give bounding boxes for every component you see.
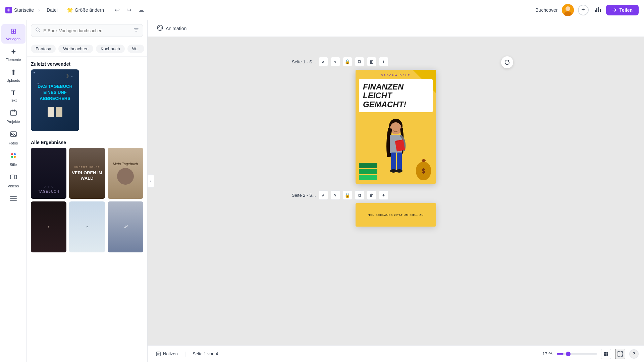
bottom-divider: | [184, 351, 186, 357]
vorlagen-label: Vorlagen [6, 37, 20, 41]
person-illustration [376, 117, 416, 177]
svg-rect-30 [156, 352, 160, 356]
project-name: Buchcover [535, 7, 557, 13]
page-1-canvas-area: SASCHA DELP FINANZEN LEICHT GEMACHT! [292, 70, 500, 184]
resize-button[interactable]: 🌟 Größe ändern [64, 6, 107, 14]
canva-logo [5, 7, 12, 13]
svg-rect-33 [604, 354, 606, 356]
svg-rect-5 [596, 8, 597, 12]
sidebar-item-vorlagen[interactable]: ⊞ Vorlagen [1, 24, 25, 44]
sidebar-item-videos[interactable]: Videos [1, 171, 25, 191]
bottom-bar: Notizen | Seite 1 von 4 17 % ? [148, 345, 644, 362]
help-button[interactable]: ? [629, 349, 639, 359]
grid-view-button[interactable] [601, 349, 611, 359]
recently-used-section: ☽ Das Tagebuch eines Uni- Abbrechers [27, 69, 147, 135]
share-button[interactable]: Teilen [606, 5, 639, 15]
page-2-delete-button[interactable]: 🗑 [367, 190, 376, 200]
animation-button[interactable]: Animation [153, 23, 191, 34]
page-1-delete-button[interactable]: 🗑 [367, 57, 376, 66]
page-2-label: Seite 2 - S... [292, 193, 316, 198]
sidebar-item-text[interactable]: T Text [1, 86, 25, 105]
money-bag-right: $ [416, 159, 431, 180]
sidebar-item-stile[interactable]: Stile [1, 149, 25, 169]
zoom-area: 17 % [541, 351, 597, 356]
page-1-label: Seite 1 - S... [292, 59, 316, 64]
page-2-canvas[interactable]: "EIN SCHLAUES ZITAT UM DIE... ZU [356, 203, 436, 227]
template-result-2[interactable]: HUBERT HOLST VERLOREN IM WALD [69, 148, 105, 199]
svg-point-11 [11, 153, 13, 155]
undo-button[interactable]: ↩ [113, 5, 121, 15]
sidebar-item-elemente[interactable]: ✦ Elemente [1, 45, 25, 64]
template-result-3[interactable]: Mein Tagebuch [108, 148, 143, 199]
sidebar-item-uploads[interactable]: ⬆ Uploads [1, 66, 25, 85]
share-label: Teilen [620, 7, 633, 13]
header: Startseite › Datei 🌟 Größe ändern ↩ ↪ ☁ … [0, 0, 644, 20]
recent-template-item[interactable]: ☽ Das Tagebuch eines Uni- Abbrechers [31, 69, 79, 131]
file-menu[interactable]: Datei [44, 6, 60, 14]
book-icon [48, 107, 62, 117]
cover-title-box: FINANZEN LEICHT GEMACHT! [359, 79, 433, 112]
svg-rect-7 [600, 9, 601, 12]
page-2-up-button[interactable]: ∧ [319, 190, 328, 200]
tag-filters: Fantasy Weihnachten Kochbuch W... [27, 41, 147, 57]
tag-fantasy[interactable]: Fantasy [31, 45, 56, 53]
sidebar-item-lines[interactable] [1, 192, 25, 206]
search-icon [35, 27, 41, 34]
page-1-down-button[interactable]: ∨ [331, 57, 340, 66]
page-2-wrapper: Seite 2 - S... ∧ ∨ 🔒 ⧉ 🗑 + "EIN SCHLAUES… [292, 190, 500, 227]
page-1-up-button[interactable]: ∧ [319, 57, 328, 66]
sidebar-item-fotos[interactable]: Fotos [1, 128, 25, 148]
text-label: Text [10, 98, 16, 102]
title-line2: LEICHT [363, 91, 429, 100]
search-input[interactable] [43, 28, 131, 33]
template-result-5[interactable]: ✦ [69, 201, 105, 252]
zoom-slider[interactable] [557, 353, 597, 355]
notes-button[interactable]: Notizen [153, 350, 180, 358]
home-button[interactable]: Startseite [5, 7, 34, 13]
stile-label: Stile [10, 163, 17, 167]
page-1-add-button[interactable]: + [379, 57, 388, 66]
sidebar-item-projekte[interactable]: Projekte [1, 106, 25, 126]
svg-rect-4 [595, 10, 596, 12]
template-result-4[interactable]: ✦ [31, 201, 66, 252]
page-2-add-button[interactable]: + [379, 190, 388, 200]
page-1-copy-button[interactable]: ⧉ [355, 57, 364, 66]
tag-kochbuch[interactable]: Kochbuch [96, 45, 125, 53]
refresh-button[interactable] [501, 56, 513, 68]
chevron-left-icon: ‹ [150, 179, 152, 183]
view-buttons [601, 349, 611, 359]
zoom-thumb[interactable] [566, 352, 571, 356]
analytics-button[interactable] [593, 4, 602, 15]
money-stack-left [359, 163, 377, 180]
results-grid: ☽ ○ ☾ TAGEBUCH HUBERT HOLST VERLOREN IM … [31, 148, 143, 252]
tag-weihnachten[interactable]: Weihnachten [58, 45, 93, 53]
avatar[interactable] [562, 4, 574, 16]
page-2-lock-button[interactable]: 🔒 [343, 190, 352, 200]
redo-button[interactable]: ↪ [125, 5, 133, 15]
svg-point-12 [14, 153, 16, 155]
stile-icon [10, 152, 17, 161]
template-result-1[interactable]: ☽ ○ ☾ TAGEBUCH [31, 148, 66, 199]
fotos-label: Fotos [9, 141, 18, 145]
title-line1: FINANZEN [363, 82, 429, 91]
svg-point-20 [157, 25, 163, 31]
svg-rect-26 [391, 153, 396, 171]
elemente-label: Elemente [5, 58, 21, 62]
hide-panel-button[interactable]: ‹ [148, 174, 154, 188]
page-2-down-button[interactable]: ∨ [331, 190, 340, 200]
template-result-6[interactable]: 𝒫 [108, 201, 143, 252]
fullscreen-button[interactable] [615, 349, 625, 359]
book-cover-page1[interactable]: SASCHA DELP FINANZEN LEICHT GEMACHT! [356, 70, 436, 184]
projekte-label: Projekte [6, 120, 20, 124]
filter-icon[interactable] [133, 27, 139, 34]
svg-point-2 [566, 6, 570, 11]
cloud-save-icon[interactable]: ☁ [137, 5, 146, 15]
lines-icon [10, 195, 17, 203]
search-box [31, 24, 143, 37]
svg-point-22 [390, 122, 401, 134]
animation-label: Animation [166, 26, 186, 31]
tag-more[interactable]: W... [127, 45, 144, 53]
add-collaborator-button[interactable]: + [578, 5, 589, 15]
page-2-copy-button[interactable]: ⧉ [355, 190, 364, 200]
page-1-lock-button[interactable]: 🔒 [343, 57, 352, 66]
